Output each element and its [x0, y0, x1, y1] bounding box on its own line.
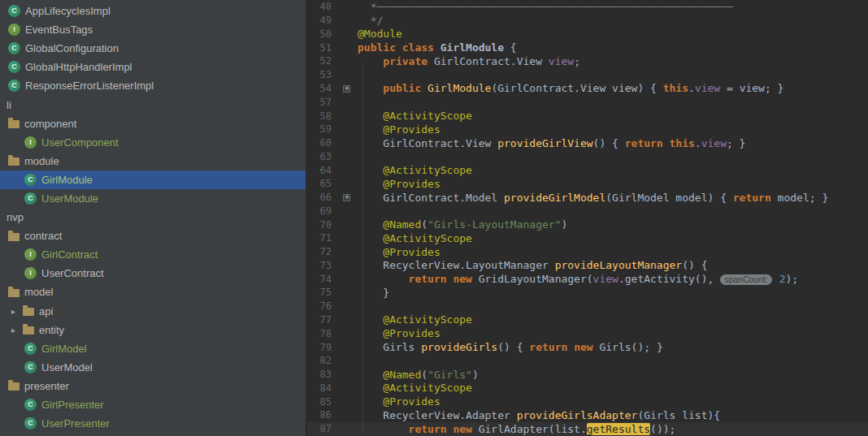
- code-line-87[interactable]: 87 return new GirlAdapter(list.getResult…: [307, 422, 868, 436]
- code-line-74[interactable]: 74 return new GridLayoutManager(view.get…: [307, 272, 868, 286]
- tree-item-label: api: [39, 305, 53, 317]
- code-editor: 48 *────────────────────────────────────…: [307, 0, 868, 436]
- code-line-66[interactable]: 66 GirlContract.Model provideGirlModel(G…: [307, 191, 868, 205]
- tree-item-presenter[interactable]: presenter: [0, 377, 306, 395]
- code-line-52[interactable]: 52 private GirlContract.View view;: [307, 54, 868, 68]
- tree-item-label: AppLifecyclesImpl: [25, 5, 111, 17]
- tree-item-api[interactable]: api: [0, 302, 306, 321]
- code-line-71[interactable]: 71 @ActivityScope: [307, 231, 868, 245]
- code-token: @ActivityScope: [358, 232, 472, 244]
- tree-item-responseerrorlistenerimpl[interactable]: CResponseErrorListenerImpl: [0, 76, 306, 95]
- code-line-48[interactable]: 48 *────────────────────────────────────…: [307, 0, 868, 14]
- tree-item-usercomponent[interactable]: IUserComponent: [0, 133, 306, 152]
- code-line-79[interactable]: 79 Girls provideGirls() { return new Gir…: [307, 340, 868, 354]
- code-line-69[interactable]: 69: [307, 204, 868, 218]
- gutter-marker-area: [332, 326, 358, 340]
- code-text: public class GirlModule {: [358, 41, 517, 54]
- code-line-50[interactable]: 50@Module: [307, 28, 868, 41]
- line-number: 83: [307, 369, 332, 380]
- code-token: (: [421, 369, 427, 381]
- tree-item-globalhttphandlerimpl[interactable]: CGlobalHttpHandlerImpl: [0, 58, 306, 76]
- tree-item-label: li: [7, 99, 11, 111]
- code-token: this: [663, 82, 688, 94]
- code-token: private: [358, 55, 434, 67]
- code-text: @ActivityScope: [358, 382, 472, 394]
- code-token: @Module: [358, 28, 402, 40]
- code-line-83[interactable]: 83 @Named("Girls"): [307, 368, 868, 382]
- code-token: return this: [625, 137, 695, 149]
- tree-item-usermodel[interactable]: CUserModel: [0, 358, 306, 377]
- code-token: *───────────────────────────────────────…: [358, 1, 733, 13]
- gutter-marker-area: [332, 28, 358, 41]
- code-line-51[interactable]: 51public class GirlModule {: [307, 41, 868, 54]
- tree-item-girlmodule[interactable]: CGirlModule: [0, 171, 306, 189]
- code-token: "Girls-LayoutManager": [427, 218, 561, 231]
- code-line-75[interactable]: 75 }: [307, 286, 868, 300]
- tree-item-eventbustags[interactable]: IEventBusTags: [0, 20, 306, 39]
- tree-item-globalconfiguration[interactable]: CGlobalConfiguration: [0, 39, 306, 58]
- code-line-63[interactable]: 63: [307, 149, 868, 163]
- code-line-53[interactable]: 53: [307, 68, 868, 82]
- code-token: Girls(); }: [599, 341, 662, 353]
- code-text: @ActivityScope: [358, 164, 472, 176]
- gutter-marker-area: [332, 313, 358, 327]
- tree-item-contract[interactable]: contract: [0, 227, 306, 245]
- gutter-marker-area: [332, 218, 358, 231]
- line-number: 73: [307, 260, 332, 271]
- line-number: 64: [307, 165, 332, 176]
- tree-item-label: model: [24, 286, 53, 298]
- code-line-77[interactable]: 77 @ActivityScope: [307, 313, 868, 327]
- tree-item-component[interactable]: component: [0, 114, 306, 133]
- tree-item-girlmodel[interactable]: CGirlModel: [0, 339, 306, 358]
- code-token: Girls: [358, 341, 421, 353]
- code-line-78[interactable]: 78 @Provides: [307, 326, 868, 340]
- chevron-right-icon[interactable]: [11, 307, 23, 316]
- tree-item-applifecyclesimpl[interactable]: CAppLifecyclesImpl: [0, 2, 306, 20]
- tree-item-li[interactable]: li: [0, 95, 306, 114]
- tree-item-label: UserModule: [41, 192, 98, 205]
- code-line-70[interactable]: 70 @Named("Girls-LayoutManager"): [307, 218, 868, 231]
- tree-item-usercontract[interactable]: IUserContract: [0, 264, 306, 283]
- code-token: (: [421, 218, 427, 231]
- tree-item-girlcontract[interactable]: IGirlContract: [0, 245, 306, 264]
- line-number: 85: [307, 396, 332, 408]
- code-line-64[interactable]: 64 @ActivityScope: [307, 163, 868, 177]
- fold-expand-icon[interactable]: [343, 194, 350, 201]
- code-line-58[interactable]: 58 @ActivityScope: [307, 109, 868, 123]
- tree-item-userpresenter[interactable]: CUserPresenter: [0, 414, 306, 433]
- code-line-59[interactable]: 59 @Provides: [307, 123, 868, 136]
- code-line-86[interactable]: 86 RecyclerView.Adapter provideGirlsAdap…: [307, 408, 868, 422]
- tree-item-girlpresenter[interactable]: CGirlPresenter: [0, 395, 306, 414]
- code-line-72[interactable]: 72 @Provides: [307, 245, 868, 259]
- code-token: RecyclerView.LayoutManager: [358, 259, 555, 271]
- code-line-54[interactable]: 54 public GirlModule(GirlContract.View v…: [307, 82, 868, 96]
- code-line-82[interactable]: 82: [307, 354, 868, 368]
- line-number: 66: [307, 192, 332, 203]
- tree-item-entity[interactable]: entity: [0, 321, 306, 339]
- code-token: return new: [358, 273, 479, 285]
- tree-item-nvp[interactable]: nvp: [0, 208, 306, 227]
- folder-icon: [8, 289, 20, 297]
- code-line-65[interactable]: 65 @Provides: [307, 177, 868, 191]
- code-line-60[interactable]: 60 GirlContract.View provideGirlView() {…: [307, 136, 868, 150]
- tree-item-model[interactable]: model: [0, 283, 306, 301]
- tree-item-usermodule[interactable]: CUserModule: [0, 189, 306, 208]
- fold-expand-icon[interactable]: [343, 85, 350, 93]
- code-line-49[interactable]: 49 */: [307, 14, 868, 28]
- tree-item-module[interactable]: module: [0, 152, 306, 171]
- gutter-marker-area: [332, 286, 358, 300]
- code-token: @Provides: [358, 246, 441, 258]
- code-line-84[interactable]: 84 @ActivityScope: [307, 381, 868, 395]
- code-line-73[interactable]: 73 RecyclerView.LayoutManager provideLay…: [307, 259, 868, 273]
- code-text: Girls provideGirls() { return new Girls(…: [358, 341, 663, 353]
- code-token: @Provides: [358, 395, 441, 408]
- chevron-right-icon[interactable]: [11, 326, 23, 335]
- code-line-85[interactable]: 85 @Provides: [307, 395, 868, 408]
- code-text: @ActivityScope: [358, 313, 472, 326]
- code-line-57[interactable]: 57: [307, 95, 868, 109]
- code-text: @Provides: [358, 178, 441, 190]
- code-text: @Provides: [358, 327, 441, 339]
- code-token: return new: [529, 341, 599, 353]
- code-line-76[interactable]: 76: [307, 300, 868, 313]
- line-number: 84: [307, 382, 332, 394]
